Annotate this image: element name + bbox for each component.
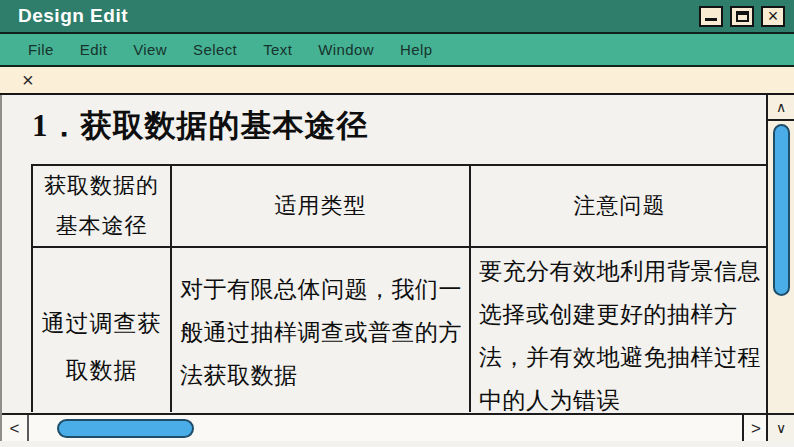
- chevron-left-icon: <: [10, 420, 20, 437]
- maximize-icon: [736, 11, 749, 22]
- minimize-button[interactable]: [699, 6, 723, 27]
- menu-view[interactable]: View: [133, 41, 167, 58]
- menubar: File Edit View Select Text Window Help: [0, 34, 794, 67]
- titlebar[interactable]: Design Edit ×: [0, 0, 794, 34]
- menu-window[interactable]: Window: [318, 41, 374, 58]
- table-header-method: 获取数据的基本途径: [32, 165, 171, 247]
- horizontal-scrollbar[interactable]: < >: [2, 413, 768, 441]
- table-row: 通过调查获取数据 对于有限总体问题，我们一般通过抽样调查或普查的方法获取数据 要…: [32, 247, 769, 412]
- table-header-row: 获取数据的基本途径 适用类型 注意问题: [32, 165, 769, 247]
- chevron-up-icon: ∧: [776, 100, 786, 114]
- chevron-down-icon: ∨: [776, 421, 786, 435]
- menu-file[interactable]: File: [28, 41, 54, 58]
- window-title: Design Edit: [18, 5, 128, 27]
- table-cell-method: 通过调查获取数据: [32, 247, 171, 412]
- close-button[interactable]: ×: [761, 6, 785, 27]
- menu-text[interactable]: Text: [263, 41, 292, 58]
- data-table: 获取数据的基本途径 适用类型 注意问题 通过调查获取数据 对于有限总体问题，我们…: [31, 164, 770, 412]
- table-container: 获取数据的基本途径 适用类型 注意问题 通过调查获取数据 对于有限总体问题，我们…: [31, 164, 770, 412]
- vertical-scrollbar[interactable]: ∧: [766, 95, 794, 441]
- horizontal-scrollbar-thumb[interactable]: [57, 419, 194, 438]
- table-cell-applicable-type: 对于有限总体问题，我们一般通过抽样调查或普查的方法获取数据: [171, 247, 470, 412]
- scroll-up-button[interactable]: ∧: [768, 95, 794, 121]
- tab-bar: ×: [0, 67, 794, 95]
- tab-close-icon[interactable]: ×: [22, 70, 34, 90]
- table-header-applicable-type: 适用类型: [171, 165, 470, 247]
- window-controls: ×: [699, 6, 785, 27]
- scroll-down-button[interactable]: ∨: [766, 413, 794, 441]
- chevron-right-icon: >: [751, 420, 761, 437]
- page-title: 1．获取数据的基本途径: [32, 105, 369, 147]
- document-area: 1．获取数据的基本途径 获取数据的基本途径 适用类型 注意问题 通过调查获取数据…: [0, 95, 794, 441]
- scroll-left-button[interactable]: <: [2, 415, 29, 441]
- menu-select[interactable]: Select: [193, 41, 237, 58]
- menu-help[interactable]: Help: [400, 41, 432, 58]
- table-header-caution: 注意问题: [470, 165, 769, 247]
- close-icon: ×: [768, 7, 779, 25]
- menu-edit[interactable]: Edit: [80, 41, 107, 58]
- app-window: Design Edit × File Edit View Select Text…: [0, 0, 794, 447]
- scroll-right-button[interactable]: >: [742, 415, 768, 441]
- vertical-scrollbar-thumb[interactable]: [773, 124, 790, 296]
- table-cell-caution: 要充分有效地利用背景信息选择或创建更好的抽样方法，并有效地避免抽样过程中的人为错…: [470, 247, 769, 412]
- minimize-icon: [705, 12, 717, 21]
- maximize-button[interactable]: [730, 6, 754, 27]
